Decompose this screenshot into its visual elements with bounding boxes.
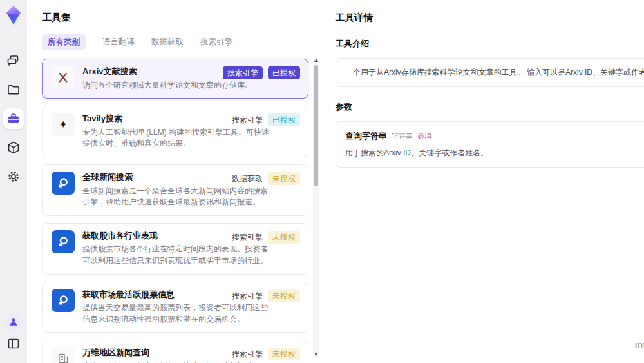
category-tabs: 所有类别 语言翻译 数据获取 搜索引擎 — [42, 34, 325, 50]
tool-description: 专为人工智能代理 (LLM) 构建的搜索引擎工具。可快速提供实时、准确和真实的结… — [82, 127, 273, 150]
tool-card-global-news[interactable]: 全球新闻搜索 全球新闻搜索是一个聚合全球各大新闻网站内容的搜索引擎，帮助用户快速… — [42, 164, 308, 216]
auth-status-badge: 未授权 — [268, 289, 300, 302]
tab-search-engine[interactable]: 搜索引擎 — [200, 34, 232, 50]
arxiv-logo-icon — [52, 66, 75, 89]
tool-detail-panel: 工具详情 工具介绍 一个用于从Arxiv存储库搜索科学论文和文章的工具。 输入可… — [325, 0, 644, 363]
toolbox-icon[interactable] — [3, 108, 24, 129]
params-section-heading: 参数 — [336, 101, 644, 113]
list-scrollbar[interactable] — [313, 57, 319, 358]
scrollbar-thumb[interactable] — [314, 65, 318, 186]
detail-panel-title: 工具详情 — [336, 12, 644, 24]
param-card: 查询字符串 字符串 必填 用于搜索的Arxiv ID、关键字或作者姓名。 — [336, 121, 644, 168]
tab-data-fetching[interactable]: 数据获取 — [151, 34, 184, 50]
tool-description: 访问各个研究领域大量科学论文和文章的存储库。 — [82, 80, 273, 92]
category-badge: 搜索引擎 — [232, 113, 263, 126]
category-badge: 搜索引擎 — [223, 66, 263, 79]
tavily-star-icon: ✦ — [52, 113, 75, 136]
tool-card-active-stocks[interactable]: 获取市场最活跃股票信息 提供当天交易量最高的股票列表，投资者可以利用这些信息来识… — [42, 282, 308, 333]
app-window: 工具集 所有类别 语言翻译 数据获取 搜索引擎 Arxiv文献搜索 访问各个研究… — [0, 0, 644, 363]
tab-language-translation[interactable]: 语言翻译 — [102, 34, 135, 50]
tool-description: 提供当天交易量最高的股票列表，投资者可以利用这些信息来识别流动性强的股票和潜在的… — [82, 302, 273, 325]
page-title: 工具集 — [42, 12, 325, 24]
auth-status-badge: 已授权 — [268, 113, 300, 126]
category-badge: 搜索引擎 — [232, 289, 263, 302]
news-q-logo-icon — [52, 172, 75, 195]
tool-card-regional-news[interactable]: 万维地区新闻查询 查询具体行政区划内的新闻，快速了解各地新闻动 搜索引擎 未授权 — [42, 340, 308, 363]
scroll-up-arrow-icon[interactable] — [314, 59, 318, 62]
param-description: 用于搜索的Arxiv ID、关键字或作者姓名。 — [345, 148, 644, 159]
user-avatar-icon[interactable] — [5, 313, 23, 331]
app-logo-icon[interactable] — [4, 5, 23, 26]
tool-list: Arxiv文献搜索 访问各个研究领域大量科学论文和文章的存储库。 搜索引擎 已授… — [42, 59, 308, 363]
intel-core-logo: intel CORE — [635, 340, 644, 355]
panel-layout-icon[interactable] — [3, 333, 24, 354]
tool-description: 全球新闻搜索是一个聚合全球各大新闻网站内容的搜索引擎，帮助用户快速获取全球最新资… — [82, 186, 273, 208]
auth-status-badge: 未授权 — [268, 231, 300, 244]
chat-icon[interactable] — [3, 50, 24, 71]
building-icon — [52, 347, 75, 363]
auth-status-badge: 未授权 — [268, 172, 300, 185]
tool-intro-text: 一个用于从Arxiv存储库搜索科学论文和文章的工具。 输入可以是Arxiv ID… — [345, 67, 644, 78]
intel-wordmark: intel — [635, 340, 644, 349]
settings-gear-icon[interactable] — [3, 166, 24, 187]
news-q-logo-icon — [52, 230, 75, 253]
param-required-flag: 必填 — [417, 132, 431, 141]
tool-card-tavily[interactable]: ✦ Tavily搜索 专为人工智能代理 (LLM) 构建的搜索引擎工具。可快速提… — [42, 106, 308, 157]
icon-rail — [0, 0, 27, 363]
param-name: 查询字符串 — [345, 130, 387, 142]
tab-all-categories[interactable]: 所有类别 — [42, 34, 86, 50]
category-badge: 数据获取 — [232, 172, 263, 185]
category-badge: 搜索引擎 — [232, 348, 263, 360]
tool-card-arxiv[interactable]: Arxiv文献搜索 访问各个研究领域大量科学论文和文章的存储库。 搜索引擎 已授… — [42, 59, 308, 99]
cube-icon[interactable] — [3, 137, 24, 158]
auth-status-badge: 未授权 — [268, 348, 300, 360]
tool-card-stock-sectors[interactable]: 获取股市各行业表现 提供股票市场各个行业在特定时间段内的表现。投资者可以利用这些… — [42, 223, 308, 275]
category-badge: 搜索引擎 — [232, 231, 263, 244]
tool-description: 提供股票市场各个行业在特定时间段内的表现。投资者可以利用这些信息来识别表现优于或… — [82, 244, 273, 266]
auth-status-badge: 已授权 — [268, 66, 300, 79]
param-type: 字符串 — [392, 132, 413, 141]
intro-card: 一个用于从Arxiv存储库搜索科学论文和文章的工具。 输入可以是Arxiv ID… — [336, 58, 644, 87]
scroll-down-arrow-icon[interactable] — [314, 353, 318, 356]
news-q-logo-icon — [52, 289, 75, 312]
folder-icon[interactable] — [3, 79, 24, 100]
intro-section-heading: 工具介绍 — [336, 38, 644, 50]
tool-list-panel: 工具集 所有类别 语言翻译 数据获取 搜索引擎 Arxiv文献搜索 访问各个研究… — [27, 0, 325, 363]
